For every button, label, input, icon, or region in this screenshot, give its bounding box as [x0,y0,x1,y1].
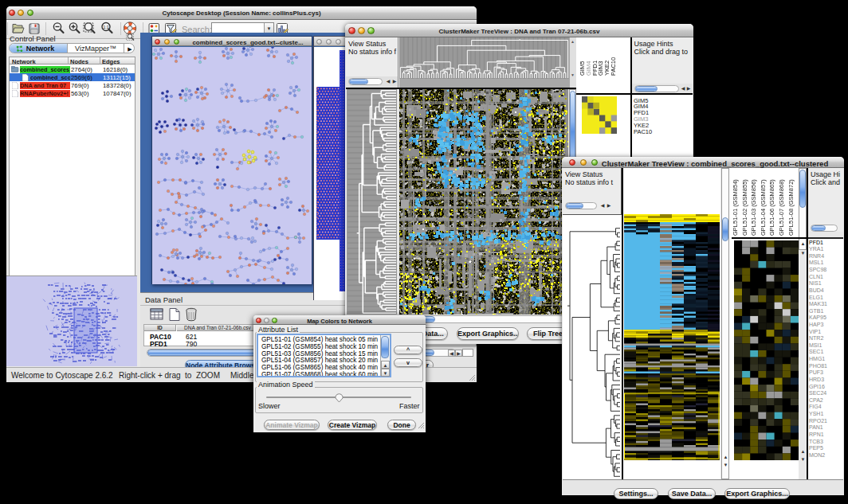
svg-text:1:1: 1:1 [103,25,109,29]
